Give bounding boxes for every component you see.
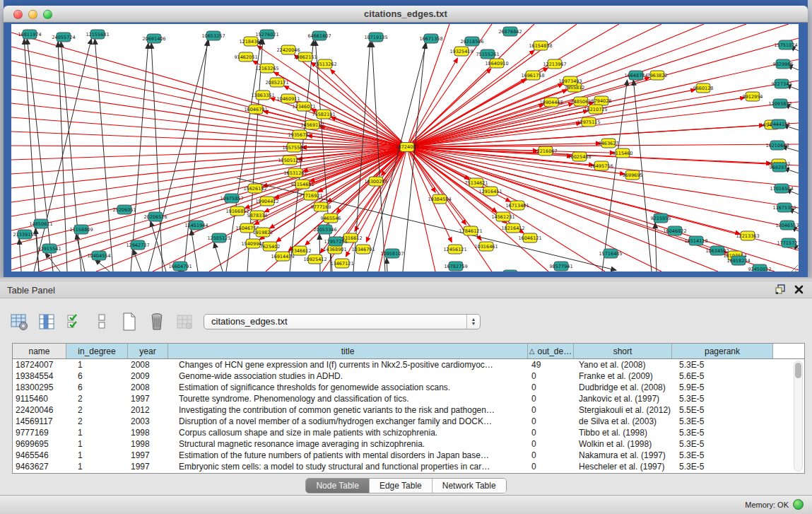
table-row[interactable]: 911546021997Tourette syndrome. Phenomeno… [13, 393, 804, 404]
graph-node-label: 18640910 [485, 61, 508, 66]
window-title: citations_edges.txt [4, 8, 808, 19]
cell-year: 2009 [128, 371, 168, 381]
resize-grip-icon[interactable] [789, 264, 799, 274]
select-columns-icon[interactable] [65, 313, 83, 331]
table-row[interactable]: 946554611997Estimation of the future num… [13, 450, 804, 461]
cell-name: 9115460 [13, 394, 66, 404]
red-edge [407, 147, 799, 229]
cell-short: Jankovic et al. (1997) [574, 394, 672, 404]
float-panel-icon[interactable] [775, 284, 786, 295]
column-header-title[interactable]: title [168, 344, 528, 358]
red-edge [11, 89, 407, 147]
graph-node-label: 12155681 [86, 32, 109, 37]
graph-node-label: 75513262 [313, 62, 336, 67]
table-row[interactable]: 969969511998Structural magnetic resonanc… [13, 438, 804, 450]
cell-year: 2008 [128, 360, 168, 370]
cell-title: Estimation of the future numbers of pati… [168, 450, 528, 460]
graph-node-label: 19384554 [428, 197, 451, 202]
table-settings-icon[interactable] [10, 313, 28, 331]
graph-node-label: 14514118 [684, 238, 707, 244]
column-header-out_de[interactable]: △out_de… [528, 344, 574, 358]
table-scrollbar-thumb[interactable] [795, 363, 801, 378]
cell-title: Estimation of significance thresholds fo… [168, 382, 528, 392]
new-table-icon[interactable] [120, 313, 139, 331]
graph-node-label: 12163265 [255, 66, 278, 71]
graph-node-label: 13467121 [330, 261, 353, 267]
cell-in_degree: 1 [66, 462, 128, 472]
table-panel-title: Table Panel [7, 285, 55, 296]
tab-edge-table[interactable]: Edge Table [370, 479, 433, 493]
black-citation-edge [95, 39, 113, 271]
graph-node-label: 17846121 [459, 228, 482, 234]
graph-node-label: 9115460 [613, 151, 633, 156]
network-frame: 1932541918640910169617587955812679402819… [4, 23, 808, 277]
cell-name: 9463627 [13, 462, 66, 472]
graph-node-label: 10925412 [303, 257, 326, 262]
graph-node-label: 16531261 [283, 170, 307, 176]
graph-node-label: 14569117 [300, 122, 324, 128]
graph-node-label: 7485063 [571, 99, 592, 105]
graph-node-label: 19356781 [288, 132, 311, 138]
graph-node-label: 17715727 [777, 240, 799, 246]
table-row[interactable]: 1938455462009Genome-wide association stu… [13, 370, 804, 382]
graph-node-label: 12456121 [443, 247, 466, 252]
status-bar: Memory: OK [0, 495, 812, 514]
graph-node-label: 11156809 [69, 227, 93, 233]
network-canvas[interactable]: 1932541918640910169617587955812679402819… [11, 24, 799, 271]
graph-node-label: 9692971 [770, 165, 790, 170]
cell-year: 2003 [128, 416, 168, 426]
graph-node-label: 8912954 [743, 94, 763, 100]
cell-short: de Silva et al. (2003) [574, 416, 672, 426]
graph-node-label: 14561231 [491, 214, 514, 220]
delete-table-icon[interactable] [148, 313, 166, 331]
graph-node-label: 16046791 [244, 107, 267, 112]
red-edge [11, 146, 407, 147]
memory-ok-indicator[interactable] [793, 499, 804, 510]
table-row[interactable]: 2242004622012Investigating the contribut… [13, 404, 804, 416]
cell-name: 18724007 [13, 360, 66, 370]
cell-in_degree: 6 [66, 371, 128, 381]
graph-node-label: 1919822 [253, 230, 273, 235]
black-citation-edge [34, 39, 91, 271]
close-panel-icon[interactable] [794, 285, 804, 294]
column-header-in_degree[interactable]: in_degree [66, 344, 128, 358]
table-row[interactable]: 1872400712008Changes of HCN gene express… [13, 359, 804, 370]
cell-in_degree: 2 [66, 394, 128, 404]
graph-node-label: 10025488 [567, 154, 591, 160]
graph-node-label: 92450012 [748, 267, 771, 272]
table-scrollbar[interactable] [794, 361, 803, 472]
black-citation-edge [403, 43, 425, 271]
table-row[interactable]: 1830029562008Estimation of significance … [13, 382, 804, 393]
show-columns-icon[interactable] [37, 313, 56, 331]
column-header-short[interactable]: short [574, 344, 672, 358]
graph-node-label: 22420046 [276, 47, 300, 53]
red-edge [11, 33, 407, 147]
column-header-pagerank[interactable]: pagerank [672, 344, 773, 358]
red-edge [407, 147, 661, 271]
graph-node-label: 12975115 [577, 119, 600, 125]
tab-network-table[interactable]: Network Table [433, 479, 506, 493]
row-height-icon[interactable] [93, 313, 111, 331]
graph-node-label: 16604791 [168, 264, 192, 269]
graph-node-label: 7625402 [260, 244, 281, 250]
tab-node-table[interactable]: Node Table [306, 479, 370, 493]
column-header-name[interactable]: name [13, 344, 66, 358]
cell-out_de: 49 [528, 360, 574, 370]
black-citation-edge [214, 243, 223, 271]
cell-title: Corpus callosum shape and size in male p… [168, 428, 528, 438]
table-selector-dropdown[interactable]: citations_edges.txt ▲▼ [204, 314, 481, 329]
import-table-disabled-icon [175, 313, 194, 331]
graph-node-label: 16713461 [505, 203, 529, 209]
table-row[interactable]: 977716911998Corpus callosum shape and si… [13, 427, 804, 438]
table-body: 1872400712008Changes of HCN gene express… [13, 359, 804, 472]
red-citation-edge [254, 147, 407, 225]
cell-year: 1998 [128, 428, 168, 438]
graph-node-label: 16046822 [663, 228, 686, 234]
table-row[interactable]: 946362711997Embryonic stem cells: a mode… [13, 461, 804, 472]
window-titlebar[interactable]: citations_edges.txt [4, 6, 808, 23]
cell-title: Investigating the contribution of common… [168, 405, 528, 415]
cell-pagerank: 5.3E-5 [672, 428, 773, 438]
table-row[interactable]: 1456911722003Disruption of a novel membe… [13, 416, 804, 427]
column-header-year[interactable]: year [128, 344, 168, 358]
table-header-row: namein_degreeyeartitle△out_de…shortpager… [13, 344, 804, 359]
